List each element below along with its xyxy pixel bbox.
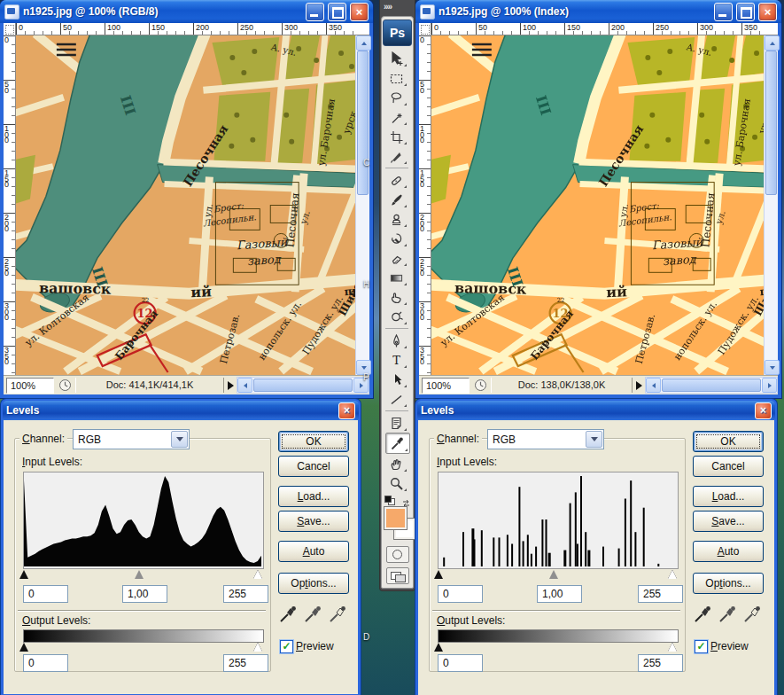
gray-point-eyedropper-icon[interactable] xyxy=(718,605,739,626)
close-button[interactable]: × xyxy=(758,3,777,21)
window-titlebar[interactable]: n1925.jpg @ 100% (Index) × xyxy=(415,0,781,23)
cancel-button[interactable]: Cancel xyxy=(278,456,349,477)
minimize-button[interactable] xyxy=(714,3,733,21)
save-button[interactable]: Save... xyxy=(693,511,764,532)
white-output-slider[interactable] xyxy=(253,643,262,652)
tool-notes[interactable] xyxy=(385,413,408,433)
load-button[interactable]: Load... xyxy=(693,486,764,507)
maximize-button[interactable] xyxy=(736,3,755,21)
auto-button[interactable]: Auto xyxy=(693,541,764,562)
tool-hand[interactable] xyxy=(385,454,408,473)
scroll-up-icon[interactable] xyxy=(765,35,780,51)
tool-clone-stamp[interactable] xyxy=(385,209,408,229)
dialog-close-button[interactable]: × xyxy=(338,402,355,419)
tool-burn[interactable] xyxy=(385,307,408,326)
scroll-thumb[interactable] xyxy=(253,379,353,392)
channel-dropdown[interactable]: RGB xyxy=(487,429,604,449)
output-black-field[interactable] xyxy=(438,654,483,672)
scroll-thumb[interactable] xyxy=(357,51,369,195)
black-input-slider[interactable] xyxy=(434,570,443,579)
tool-type[interactable]: T xyxy=(385,350,408,370)
close-button[interactable]: × xyxy=(350,3,369,21)
options-button[interactable]: Options... xyxy=(693,573,764,594)
black-output-slider[interactable] xyxy=(19,643,28,652)
tool-move[interactable] xyxy=(385,49,408,68)
scroll-down-icon[interactable] xyxy=(765,360,780,375)
load-button[interactable]: Load... xyxy=(278,486,349,507)
tool-eyedropper[interactable] xyxy=(385,433,410,454)
status-flyout-button[interactable] xyxy=(224,381,237,390)
white-input-slider[interactable] xyxy=(668,570,677,579)
preview-checkbox[interactable]: ✓ xyxy=(280,640,293,653)
white-point-eyedropper-icon[interactable] xyxy=(328,605,349,626)
input-black-field[interactable] xyxy=(438,585,483,603)
save-button[interactable]: Save... xyxy=(278,511,349,532)
gamma-input-slider[interactable] xyxy=(135,570,144,579)
map-canvas-index[interactable]: ПесочнаяПесочнаяул. БарочнаяА. ул.урск.Б… xyxy=(431,35,764,375)
dialog-close-button[interactable]: × xyxy=(755,402,772,419)
black-output-slider[interactable] xyxy=(434,643,443,652)
white-input-slider[interactable] xyxy=(253,570,262,579)
output-white-field[interactable] xyxy=(223,654,268,672)
tool-gradient[interactable] xyxy=(385,268,408,287)
default-colors-icon[interactable] xyxy=(384,496,395,504)
docked-palette-tab-C[interactable]: C xyxy=(363,158,369,168)
output-white-field[interactable] xyxy=(638,654,683,672)
doc-size-status[interactable]: Doc: 138,0K/138,0K xyxy=(491,378,633,393)
horizontal-scrollbar[interactable] xyxy=(237,377,369,394)
ok-button[interactable]: OK xyxy=(693,431,764,452)
scroll-left-icon[interactable] xyxy=(237,378,252,393)
status-flyout-button[interactable] xyxy=(633,381,645,390)
black-input-slider[interactable] xyxy=(19,570,28,579)
white-point-eyedropper-icon[interactable] xyxy=(742,605,764,626)
output-black-field[interactable] xyxy=(23,654,68,672)
tool-crop[interactable] xyxy=(385,127,408,146)
black-point-eyedropper-icon[interactable] xyxy=(278,605,299,626)
gray-point-eyedropper-icon[interactable] xyxy=(303,605,324,626)
palette-collapse-button[interactable]: »» xyxy=(380,0,415,16)
scroll-thumb[interactable] xyxy=(765,51,777,195)
tool-healing-brush[interactable] xyxy=(385,170,408,190)
foreground-color-swatch[interactable] xyxy=(384,507,407,529)
tool-pen[interactable] xyxy=(385,331,408,350)
docked-palette-tab-P[interactable]: P xyxy=(363,372,369,382)
dropdown-button[interactable] xyxy=(586,431,602,448)
tool-rect-marquee[interactable] xyxy=(385,68,408,88)
tool-path-select[interactable] xyxy=(385,370,408,389)
tool-zoom[interactable] xyxy=(385,473,408,493)
map-canvas-rgb[interactable]: ПесочнаяПесочнаяул. БарочнаяА. ул.урск.Б… xyxy=(16,35,355,375)
scroll-right-icon[interactable] xyxy=(762,378,777,393)
gamma-input-slider[interactable] xyxy=(549,570,558,579)
vertical-scrollbar[interactable] xyxy=(764,35,778,375)
tool-history-brush[interactable] xyxy=(385,229,408,248)
input-gamma-field[interactable] xyxy=(537,585,582,603)
maximize-button[interactable] xyxy=(328,3,346,21)
screen-mode-button[interactable] xyxy=(386,567,409,584)
ok-button[interactable]: OK xyxy=(278,431,349,452)
docked-palette-tab-H[interactable]: H xyxy=(363,279,369,289)
tool-slice[interactable] xyxy=(385,146,408,166)
horizontal-scrollbar[interactable] xyxy=(645,377,778,394)
ruler-origin-box[interactable] xyxy=(419,23,431,36)
black-point-eyedropper-icon[interactable] xyxy=(693,605,714,626)
zoom-level-field[interactable]: 100% xyxy=(6,378,54,394)
input-gamma-field[interactable] xyxy=(122,585,167,603)
tool-brush[interactable] xyxy=(385,190,408,209)
minimize-button[interactable] xyxy=(306,3,324,21)
auto-button[interactable]: Auto xyxy=(278,541,349,562)
dropdown-button[interactable] xyxy=(171,431,188,448)
preview-checkbox[interactable]: ✓ xyxy=(695,640,708,653)
input-black-field[interactable] xyxy=(23,585,68,603)
tool-magic-wand[interactable] xyxy=(385,107,408,127)
doc-size-status[interactable]: Doc: 414,1K/414,1K xyxy=(75,378,224,393)
tool-line[interactable] xyxy=(385,389,408,409)
scroll-left-icon[interactable] xyxy=(646,378,661,393)
dialog-titlebar[interactable]: Levels × xyxy=(417,401,775,420)
cancel-button[interactable]: Cancel xyxy=(693,456,764,477)
tool-lasso[interactable] xyxy=(385,88,408,107)
channel-dropdown[interactable]: RGB xyxy=(73,429,190,449)
docked-palette-tab-D[interactable]: D xyxy=(363,632,369,642)
scroll-thumb[interactable] xyxy=(662,379,761,392)
window-titlebar[interactable]: n1925.jpg @ 100% (RGB/8) × xyxy=(0,0,373,23)
tool-smudge[interactable] xyxy=(385,287,408,307)
